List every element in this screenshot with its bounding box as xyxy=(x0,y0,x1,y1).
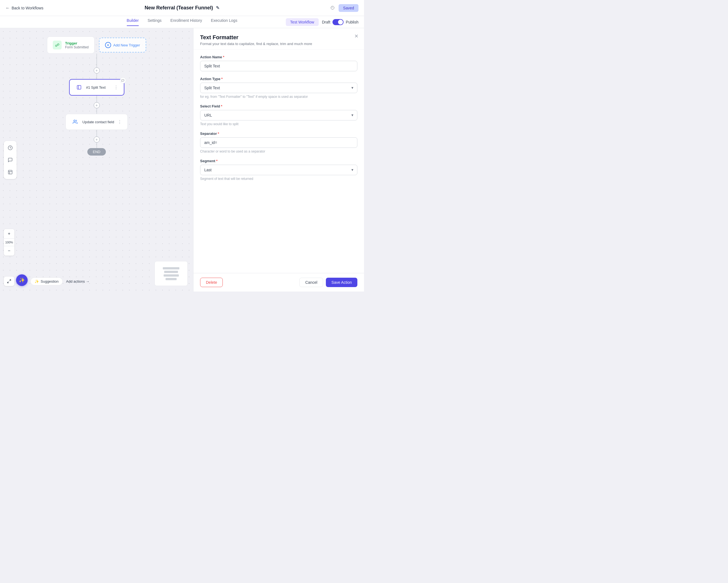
nav-tabs-right: Test Workflow Draft Publish xyxy=(286,18,359,26)
tab-execution-logs[interactable]: Execution Logs xyxy=(211,18,237,26)
sidebar-chat-icon[interactable] xyxy=(6,156,15,164)
trigger-row: ☍ Trigger Form Submitted + Add New Trigg… xyxy=(47,36,146,54)
separator-label: Separator * xyxy=(200,132,357,136)
trigger-icon: ☍ xyxy=(53,41,62,50)
sidebar-analytics-icon[interactable] xyxy=(6,144,15,152)
edit-title-icon[interactable]: ✎ xyxy=(216,5,219,10)
left-sidebar xyxy=(4,141,17,179)
suggestion-chip[interactable]: ✨ Suggestion xyxy=(30,277,63,285)
update-contact-node[interactable]: Update contact field ⋮ xyxy=(66,114,128,130)
select-field-group: Select Field * URL Email Name ▼ Text you… xyxy=(200,104,357,126)
add-node-btn-1[interactable]: + xyxy=(94,68,100,74)
select-field-select[interactable]: URL Email Name xyxy=(200,110,357,121)
end-node: END xyxy=(87,148,106,156)
update-contact-icon xyxy=(71,118,79,126)
trigger-node[interactable]: ☍ Trigger Form Submitted xyxy=(47,36,94,54)
zoom-out-button[interactable]: − xyxy=(4,246,15,256)
footer-right: Cancel Save Action xyxy=(299,278,357,287)
app-header: ← Back to Workflows New Referral (Teaser… xyxy=(0,0,364,16)
draft-publish-toggle[interactable] xyxy=(333,19,343,25)
svg-point-6 xyxy=(74,120,75,122)
add-trigger-label: Add New Trigger xyxy=(113,43,140,47)
separator-input[interactable] xyxy=(200,137,357,148)
update-contact-label: Update contact field xyxy=(82,120,114,124)
tab-builder[interactable]: Builder xyxy=(127,18,139,26)
action-type-required: * xyxy=(221,77,223,81)
sidebar-book-icon[interactable] xyxy=(6,168,15,176)
select-field-label: Select Field * xyxy=(200,104,357,108)
action-type-select[interactable]: Split Text Capitalize Trim Find & Replac… xyxy=(200,83,357,93)
select-field-select-wrapper: URL Email Name ▼ xyxy=(200,110,357,121)
workflow-canvas-area[interactable]: ☍ Trigger Form Submitted + Add New Trigg… xyxy=(0,28,193,292)
delete-button[interactable]: Delete xyxy=(200,278,223,287)
draft-label: Draft xyxy=(322,20,330,24)
mini-line-4 xyxy=(165,278,177,280)
publish-toggle: Draft Publish xyxy=(322,19,359,25)
mini-line-2 xyxy=(164,271,178,273)
connector-3: + xyxy=(94,130,100,148)
action-type-group: Action Type * Split Text Capitalize Trim… xyxy=(200,77,357,99)
mini-line-1 xyxy=(163,267,179,269)
workflow-nodes: ☍ Trigger Form Submitted + Add New Trigg… xyxy=(0,28,193,292)
add-trigger-node[interactable]: + Add New Trigger xyxy=(99,37,146,53)
publish-label: Publish xyxy=(346,20,359,24)
zoom-controls: + 100% − xyxy=(4,229,15,256)
action-type-hint: for eg. from "Text Formatter" to "Text" … xyxy=(200,95,357,99)
action-name-group: Action Name * xyxy=(200,55,357,71)
add-node-btn-3[interactable]: + xyxy=(94,136,100,142)
split-text-label: #1 Split Text xyxy=(86,85,106,89)
back-arrow-icon: ← xyxy=(5,5,10,10)
select-field-hint: Text you would like to split xyxy=(200,122,357,126)
tab-enrollment-history[interactable]: Enrollment History xyxy=(171,18,202,26)
action-type-label: Action Type * xyxy=(200,77,357,81)
connector-line-3 xyxy=(97,96,97,102)
add-trigger-plus-icon: + xyxy=(105,42,111,48)
add-node-btn-2[interactable]: + xyxy=(94,102,100,108)
segment-label: Segment * xyxy=(200,159,357,163)
trigger-label: Trigger xyxy=(65,41,88,45)
connector-line-4 xyxy=(97,108,97,114)
connector-2: + xyxy=(94,96,100,114)
nav-tabs-bar: Builder Settings Enrollment History Exec… xyxy=(0,16,364,28)
saved-button[interactable]: Saved xyxy=(339,4,359,12)
separator-hint: Character or word to be used as a separa… xyxy=(200,150,357,153)
sparkle-icon: ✨ xyxy=(34,279,39,284)
back-to-workflows-link[interactable]: ← Back to Workflows xyxy=(5,5,44,10)
action-name-input[interactable] xyxy=(200,61,357,71)
panel-subtitle: Format your text data to capitalize, fin… xyxy=(200,42,357,46)
zoom-level-display: 100% xyxy=(4,238,15,246)
right-panel: Text Formatter Format your text data to … xyxy=(193,28,364,292)
history-icon[interactable]: ⏲ xyxy=(330,5,335,11)
suggestion-label: Suggestion xyxy=(41,279,59,284)
tab-settings[interactable]: Settings xyxy=(148,18,162,26)
segment-required: * xyxy=(216,159,217,163)
panel-header: Text Formatter Format your text data to … xyxy=(193,28,364,50)
select-field-required: * xyxy=(221,104,222,108)
fullscreen-button[interactable] xyxy=(4,276,15,286)
ai-bot-button[interactable]: ✨ xyxy=(16,274,28,286)
test-workflow-button[interactable]: Test Workflow xyxy=(286,18,319,26)
back-label: Back to Workflows xyxy=(11,6,44,10)
separator-required: * xyxy=(218,132,219,136)
update-contact-menu-icon[interactable]: ⋮ xyxy=(118,120,122,125)
svg-line-7 xyxy=(9,280,11,281)
trigger-info: Trigger Form Submitted xyxy=(65,41,88,49)
split-text-chat-icon xyxy=(120,77,126,83)
connector-line-5 xyxy=(97,130,97,136)
split-text-node[interactable]: #1 Split Text ⋮ xyxy=(69,79,124,96)
mini-map-content xyxy=(163,267,179,280)
connector-line-1 xyxy=(97,54,97,68)
panel-body: Action Name * Action Type * Split Text C… xyxy=(193,50,364,273)
save-action-button[interactable]: Save Action xyxy=(326,278,357,287)
panel-title: Text Formatter xyxy=(200,34,357,41)
zoom-in-button[interactable]: + xyxy=(4,229,15,238)
cancel-button[interactable]: Cancel xyxy=(299,278,323,287)
svg-rect-4 xyxy=(77,85,81,89)
split-text-menu-icon[interactable]: ⋮ xyxy=(114,85,118,90)
trigger-sublabel: Form Submitted xyxy=(65,45,88,49)
segment-select[interactable]: Last First Second xyxy=(200,165,357,175)
add-actions-link[interactable]: Add actions → xyxy=(66,279,89,284)
panel-close-button[interactable]: ✕ xyxy=(354,33,359,39)
header-right: ⏲ Saved xyxy=(330,4,359,12)
segment-group: Segment * Last First Second ▼ Segment of… xyxy=(200,159,357,181)
